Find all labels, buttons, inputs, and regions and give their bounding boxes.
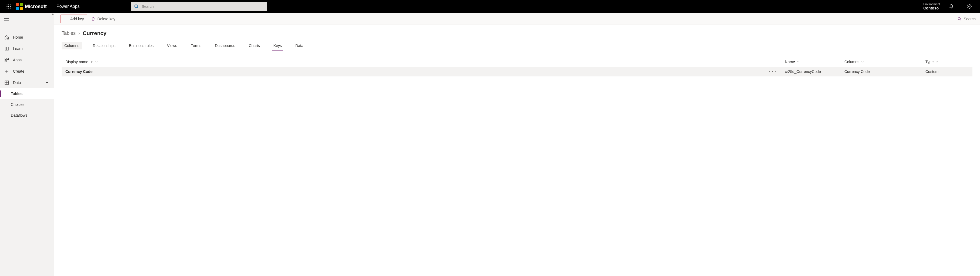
search-icon [958,17,962,21]
chevron-down-icon [935,60,939,63]
content-search[interactable]: Search [953,13,980,25]
microsoft-brand-text: Microsoft [25,4,47,10]
svg-point-14 [969,6,970,7]
svg-point-9 [135,5,138,8]
tab-charts[interactable]: Charts [246,42,262,49]
tab-columns[interactable]: Columns [62,42,82,49]
nav-data-label: Data [13,81,21,85]
nav-create-label: Create [13,69,24,73]
tab-relationships[interactable]: Relationships [90,42,118,49]
table-row[interactable]: Currency Code · · · cr25d_CurrencyCode C… [62,67,972,76]
breadcrumb-current: Currency [83,30,107,36]
nav-choices-label: Choices [11,102,25,107]
col-display-name[interactable]: Display name [65,60,785,64]
col-type[interactable]: Type [926,60,969,64]
tab-forms[interactable]: Forms [188,42,204,49]
svg-rect-18 [5,58,6,59]
svg-point-2 [10,4,11,5]
global-search-input[interactable] [142,4,264,9]
svg-point-28 [958,17,961,20]
entity-tabs: Columns Relationships Business rules Vie… [62,42,972,49]
tab-business-rules[interactable]: Business rules [126,42,156,49]
trash-icon [91,17,95,21]
delete-key-button[interactable]: Delete key [88,15,118,23]
nav-apps-label: Apps [13,58,22,62]
svg-point-6 [6,8,7,8]
plus-icon [4,69,9,74]
row-display-name: Currency Code [65,70,92,74]
plus-icon [64,17,68,21]
row-more-button[interactable]: · · · [769,70,777,74]
nav-data[interactable]: Data [0,77,54,88]
chevron-right-icon: › [78,30,80,36]
svg-point-0 [6,4,7,5]
environment-label: Environment [923,2,940,6]
app-header: Microsoft Power Apps Environment Contoso [0,0,980,13]
svg-rect-20 [5,60,6,62]
svg-point-4 [8,6,9,7]
content-search-placeholder: Search [964,17,976,21]
svg-point-5 [10,6,11,7]
environment-name: Contoso [923,6,940,11]
left-nav: Home Learn Apps Create Data Tables Choic… [0,13,54,276]
nav-tables-label: Tables [11,92,22,96]
main-content: Add key Delete key Search Tables › Curre… [54,13,980,276]
home-icon [4,35,9,40]
svg-rect-19 [7,58,9,59]
nav-home[interactable]: Home [0,32,54,43]
tab-data[interactable]: Data [293,42,306,49]
notifications-button[interactable] [945,0,958,13]
environment-picker[interactable]: Environment Contoso [921,2,940,11]
grid-icon [4,80,9,85]
row-name: cr25d_CurrencyCode [785,70,844,74]
hamburger-icon [4,17,9,21]
chevron-up-icon [45,80,49,85]
nav-collapse-button[interactable] [0,13,54,25]
tab-dashboards[interactable]: Dashboards [212,42,238,49]
book-icon [4,46,9,51]
bell-icon [949,4,954,9]
app-title: Power Apps [56,4,80,9]
search-icon [134,4,139,9]
nav-apps[interactable]: Apps [0,54,54,66]
add-key-button[interactable]: Add key [60,14,87,23]
tab-views[interactable]: Views [164,42,180,49]
microsoft-logo-icon [16,3,23,10]
chevron-down-icon [95,60,98,63]
microsoft-logo: Microsoft [16,3,47,10]
nav-home-label: Home [13,35,23,40]
row-type: Custom [926,70,969,74]
nav-dataflows-label: Dataflows [11,113,27,117]
row-columns: Currency Code [844,70,926,74]
apps-icon [4,57,9,62]
svg-point-8 [10,8,11,8]
nav-dataflows[interactable]: Dataflows [0,110,54,121]
command-bar: Add key Delete key Search [54,13,980,25]
nav-tables[interactable]: Tables [0,88,54,99]
arrow-up-icon [90,60,93,63]
nav-choices[interactable]: Choices [0,99,54,110]
nav-create[interactable]: Create [0,66,54,77]
svg-point-1 [8,4,9,5]
global-search[interactable] [131,2,267,11]
settings-button[interactable] [963,0,976,13]
breadcrumb: Tables › Currency [62,30,972,36]
col-columns[interactable]: Columns [844,60,926,64]
svg-line-29 [960,19,961,20]
chevron-down-icon [797,60,800,63]
nav-learn-label: Learn [13,46,23,51]
scroll-up-icon[interactable] [51,14,54,15]
waffle-icon[interactable] [2,0,15,13]
svg-point-7 [8,8,9,8]
delete-key-label: Delete key [97,17,115,21]
breadcrumb-tables[interactable]: Tables [62,30,76,36]
col-name[interactable]: Name [785,60,844,64]
chevron-down-icon [861,60,864,63]
svg-point-3 [6,6,7,7]
gear-icon [967,4,972,9]
keys-table-header: Display name Name Columns Type [62,57,972,67]
add-key-label: Add key [70,17,84,21]
svg-line-10 [137,7,138,8]
tab-keys[interactable]: Keys [271,42,285,49]
nav-learn[interactable]: Learn [0,43,54,54]
